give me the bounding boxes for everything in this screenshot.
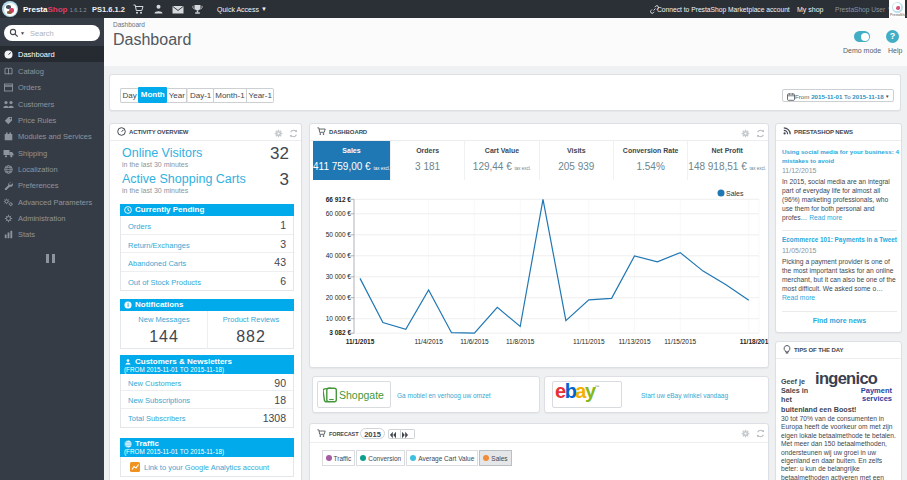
svg-text:50 000 €: 50 000 € xyxy=(326,231,352,238)
svg-text:3 082 €: 3 082 € xyxy=(329,329,351,336)
svg-text:11/15/2015: 11/15/2015 xyxy=(664,338,696,345)
svg-text:40 000 €: 40 000 € xyxy=(326,252,352,259)
svg-text:11/13/2015: 11/13/2015 xyxy=(618,338,650,345)
svg-text:66 912 €: 66 912 € xyxy=(326,196,352,203)
svg-text:Sales: Sales xyxy=(726,190,744,197)
svg-text:11/1/2015: 11/1/2015 xyxy=(346,338,375,345)
svg-text:11/18/201: 11/18/201 xyxy=(740,338,769,345)
svg-text:11/6/2015: 11/6/2015 xyxy=(460,338,489,345)
svg-text:11/8/2015: 11/8/2015 xyxy=(506,338,535,345)
svg-text:11/4/2015: 11/4/2015 xyxy=(414,338,443,345)
svg-text:10 000 €: 10 000 € xyxy=(326,315,352,322)
svg-text:11/11/2015: 11/11/2015 xyxy=(573,338,605,345)
svg-text:20 000 €: 20 000 € xyxy=(326,294,352,301)
svg-text:60 000 €: 60 000 € xyxy=(326,210,352,217)
svg-text:30 000 €: 30 000 € xyxy=(326,273,352,280)
